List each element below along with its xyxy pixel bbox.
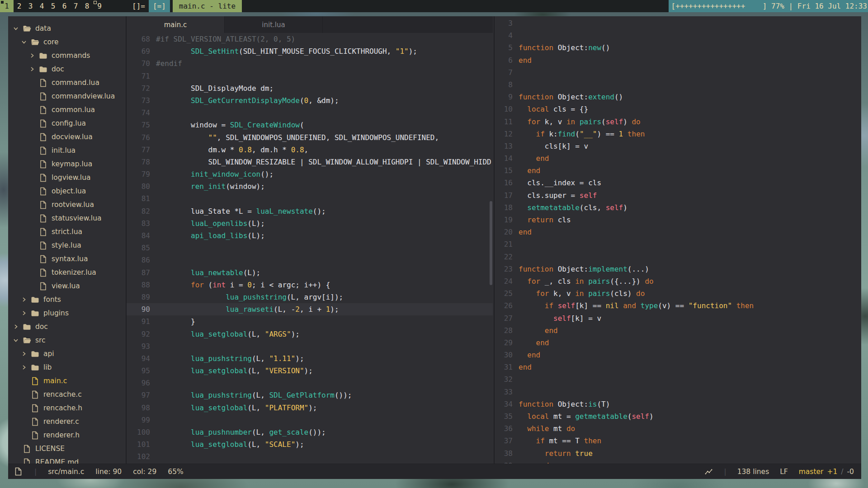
- tag-1[interactable]: 1: [0, 0, 14, 12]
- tree-item-core[interactable]: core: [8, 35, 126, 49]
- status-col-indicator[interactable]: col: 29: [133, 468, 156, 476]
- code-line-83[interactable]: 83 luaL_openlibs(L);: [127, 217, 493, 230]
- code-line-87[interactable]: 87 lua_newtable(L);: [127, 267, 493, 279]
- code-line-97[interactable]: 97 lua_pushstring(L, SDL_GetPlatform());: [127, 389, 493, 401]
- code-line-75[interactable]: 75 window = SDL_CreateWindow(: [127, 119, 493, 131]
- code-line-99[interactable]: 99: [127, 414, 493, 426]
- code-line-37[interactable]: 37 if mt == T then: [495, 435, 861, 447]
- tree-item-api[interactable]: api: [8, 347, 126, 361]
- code-line-25[interactable]: 25 for k, v in pairs(cls) do: [495, 287, 861, 300]
- code-line-14[interactable]: 14 end: [495, 152, 861, 164]
- tree-item-docview-lua[interactable]: docview.lua: [8, 130, 126, 144]
- chevron-right-icon[interactable]: [21, 296, 27, 303]
- tree-item-init-lua[interactable]: init.lua: [8, 144, 126, 157]
- code-line-98[interactable]: 98 lua_setglobal(L, "PLATFORM");: [127, 402, 493, 414]
- code-line-81[interactable]: 81: [127, 192, 493, 205]
- code-line-13[interactable]: 13 cls[k] = v: [495, 140, 861, 152]
- tree-item-common-lua[interactable]: common.lua: [8, 103, 126, 117]
- tag-2[interactable]: 2: [14, 0, 25, 12]
- tag-9[interactable]: 9: [93, 0, 106, 12]
- code-line-17[interactable]: 17 cls.super = self: [495, 189, 861, 202]
- chevron-right-icon[interactable]: [13, 324, 19, 330]
- tag-8[interactable]: 8: [81, 0, 93, 12]
- code-line-38[interactable]: 38 return true: [495, 447, 861, 460]
- code-line-101[interactable]: 101 lua_setglobal(L, "SCALE");: [127, 438, 493, 450]
- tree-item-doc[interactable]: doc: [8, 320, 126, 333]
- tree-item-main-c[interactable]: main.c: [8, 374, 126, 388]
- tree-item-fonts[interactable]: fonts: [8, 293, 126, 306]
- tree-item-plugins[interactable]: plugins: [8, 306, 126, 320]
- code-line-100[interactable]: 100 lua_pushnumber(L, get_scale());: [127, 426, 493, 438]
- code-line-18[interactable]: 18 setmetatable(cls, self): [495, 202, 861, 214]
- chevron-down-icon[interactable]: [13, 25, 19, 32]
- chevron-down-icon[interactable]: [13, 337, 19, 343]
- code-line-70[interactable]: 70#endif: [127, 57, 493, 70]
- tag-5[interactable]: 5: [47, 0, 59, 12]
- tree-item-data[interactable]: data: [8, 22, 126, 35]
- code-line-4[interactable]: 4: [495, 29, 861, 42]
- code-line-12[interactable]: 12 if k:find("__") == 1 then: [495, 128, 861, 140]
- code-line-21[interactable]: 21: [495, 238, 861, 250]
- code-line-30[interactable]: 30 end: [495, 349, 861, 361]
- code-line-93[interactable]: 93: [127, 340, 493, 352]
- tree-item-src[interactable]: src: [8, 333, 126, 347]
- layout-block-secondary[interactable]: [=]: [149, 0, 170, 12]
- code-line-90[interactable]: 90 lua_rawseti(L, -2, i + 1);: [127, 303, 493, 315]
- tree-item-command-lua[interactable]: command.lua: [8, 76, 126, 89]
- code-line-15[interactable]: 15 end: [495, 164, 861, 177]
- code-line-8[interactable]: 8: [495, 79, 861, 91]
- tree-item-rencache-h[interactable]: rencache.h: [8, 401, 126, 415]
- tag-7[interactable]: 7: [70, 0, 81, 12]
- code-line-95[interactable]: 95 lua_setglobal(L, "VERSION");: [127, 365, 493, 377]
- status-line-indicator[interactable]: line: 90: [95, 468, 122, 476]
- code-line-77[interactable]: 77 dm.w * 0.8, dm.h * 0.8,: [127, 144, 493, 156]
- tag-3[interactable]: 3: [25, 0, 36, 12]
- code-line-68[interactable]: 68#if SDL_VERSION_ATLEAST(2, 0, 5): [127, 33, 493, 45]
- code-line-80[interactable]: 80 ren_init(window);: [127, 180, 493, 192]
- code-line-34[interactable]: 34function Object:is(T): [495, 398, 861, 410]
- code-line-86[interactable]: 86: [127, 254, 493, 266]
- code-line-96[interactable]: 96: [127, 377, 493, 389]
- code-line-84[interactable]: 84 api_load_libs(L);: [127, 230, 493, 242]
- code-line-22[interactable]: 22: [495, 251, 861, 263]
- tree-item-rootview-lua[interactable]: rootview.lua: [8, 198, 126, 211]
- tree-item-rencache-c[interactable]: rencache.c: [8, 388, 126, 401]
- chevron-down-icon[interactable]: [21, 39, 27, 45]
- code-line-19[interactable]: 19 return cls: [495, 214, 861, 226]
- code-line-27[interactable]: 27 self[k] = v: [495, 312, 861, 324]
- tag-6[interactable]: 6: [59, 0, 70, 12]
- tree-item-commandview-lua[interactable]: commandview.lua: [8, 89, 126, 103]
- code-line-26[interactable]: 26 if self[k] == nil and type(v) == "fun…: [495, 300, 861, 312]
- code-line-11[interactable]: 11 for k, v in pairs(self) do: [495, 116, 861, 128]
- tree-item-lib[interactable]: lib: [8, 361, 126, 374]
- chevron-right-icon[interactable]: [21, 351, 27, 357]
- chevron-right-icon[interactable]: [29, 52, 35, 59]
- code-line-20[interactable]: 20end: [495, 226, 861, 238]
- code-line-78[interactable]: 78 SDL_WINDOW_RESIZABLE | SDL_WINDOW_ALL…: [127, 156, 493, 168]
- tree-item-style-lua[interactable]: style.lua: [8, 239, 126, 252]
- tree-item-readme-md[interactable]: README.md: [8, 455, 126, 464]
- code-line-31[interactable]: 31end: [495, 361, 861, 373]
- tree-item-keymap-lua[interactable]: keymap.lua: [8, 157, 126, 171]
- chevron-right-icon[interactable]: [21, 310, 27, 316]
- code-line-33[interactable]: 33: [495, 386, 861, 398]
- tree-item-license[interactable]: LICENSE: [8, 442, 126, 455]
- code-line-29[interactable]: 29 end: [495, 337, 861, 349]
- layout-symbol[interactable]: []=: [132, 0, 145, 12]
- tree-item-logview-lua[interactable]: logview.lua: [8, 171, 126, 184]
- code-line-24[interactable]: 24 for _, cls in pairs({...}) do: [495, 275, 861, 287]
- code-line-28[interactable]: 28 end: [495, 324, 861, 337]
- tree-item-tokenizer-lua[interactable]: tokenizer.lua: [8, 266, 126, 279]
- code-line-23[interactable]: 23function Object:implement(...): [495, 263, 861, 275]
- code-line-76[interactable]: 76 "", SDL_WINDOWPOS_UNDEFINED, SDL_WIND…: [127, 131, 493, 144]
- code-line-35[interactable]: 35 local mt = getmetatable(self): [495, 410, 861, 422]
- code-line-74[interactable]: 74: [127, 107, 493, 119]
- code-line-9[interactable]: 9function Object:extend(): [495, 91, 861, 103]
- tree-item-syntax-lua[interactable]: syntax.lua: [8, 252, 126, 266]
- code-line-72[interactable]: 72 SDL_DisplayMode dm;: [127, 82, 493, 94]
- tab-main-c[interactable]: main.c: [127, 16, 225, 33]
- tree-item-view-lua[interactable]: view.lua: [8, 279, 126, 293]
- chevron-right-icon[interactable]: [29, 66, 35, 72]
- tree-item-renderer-c[interactable]: renderer.c: [8, 415, 126, 428]
- code-line-10[interactable]: 10 local cls = {}: [495, 103, 861, 115]
